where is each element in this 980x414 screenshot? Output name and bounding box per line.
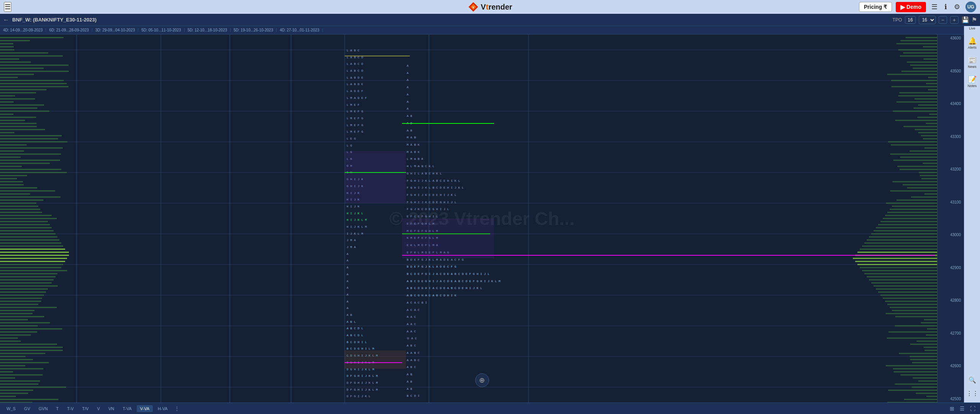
youtube-icon: ▶ bbox=[900, 3, 905, 11]
bottom-toolbar: W_S GV GVN T T-V T/V V VN T-VA V-VA H-VA… bbox=[0, 402, 980, 414]
logo-text: Vtrender bbox=[481, 3, 512, 12]
tv-button[interactable]: T-V bbox=[64, 405, 77, 412]
tpo-label: TPO bbox=[893, 17, 902, 23]
price-tick-8: 42800 bbox=[939, 298, 962, 302]
date-timeline: 4D: 14-09...20-09-2023 6D: 21-09...28-09… bbox=[0, 26, 964, 34]
sidebar-item-label-alerts: Alerts bbox=[968, 46, 977, 50]
svg-text:V: V bbox=[472, 5, 474, 9]
grid-icon: ⋮⋮ bbox=[966, 390, 978, 397]
price-tick-2: 43400 bbox=[939, 102, 962, 106]
price-tick-4: 43200 bbox=[939, 167, 962, 171]
ws-button[interactable]: W_S bbox=[3, 405, 19, 412]
plus-button[interactable]: + bbox=[950, 16, 959, 24]
user-avatar[interactable]: UG bbox=[965, 2, 976, 12]
toolbar-right-icons: 💾 ⚑ bbox=[962, 16, 977, 23]
crosshair-button[interactable]: ⊕ bbox=[475, 373, 489, 387]
news-icon: 📰 bbox=[968, 56, 977, 64]
nav-left: ☰ bbox=[4, 2, 11, 12]
settings-icon-button[interactable]: ⚙ bbox=[952, 1, 962, 13]
crosshair-icon: ⊕ bbox=[479, 376, 485, 384]
date-label-6: 4D: 27-10...01-11-2023 bbox=[276, 28, 322, 32]
date-label-0: 4D: 14-09...20-09-2023 bbox=[0, 28, 46, 32]
gv-button[interactable]: GV bbox=[21, 405, 34, 412]
tva-button[interactable]: T-VA bbox=[119, 405, 135, 412]
logo-diamond-icon: V bbox=[468, 2, 478, 12]
bottom-right-icons: ⊞ ☰ ⛶ bbox=[948, 405, 977, 412]
tpo-canvas bbox=[0, 34, 937, 402]
t-button[interactable]: T bbox=[53, 405, 62, 412]
sidebar-item-label-live: Live bbox=[969, 27, 975, 31]
date-label-3: 5D: 05-10...11-10-2023 bbox=[138, 28, 184, 32]
demo-button[interactable]: ▶ Demo bbox=[896, 2, 926, 12]
grid-view-button[interactable]: ⊞ bbox=[948, 405, 956, 412]
list-view-button[interactable]: ☰ bbox=[958, 405, 966, 412]
price-tick-3: 43300 bbox=[939, 135, 962, 139]
sidebar-item-search[interactable]: 🔍 bbox=[965, 374, 980, 386]
date-label-1: 6D: 21-09...28-09-2023 bbox=[46, 28, 92, 32]
hamburger-menu-button[interactable]: ☰ bbox=[4, 2, 11, 12]
back-button[interactable]: ← bbox=[3, 16, 9, 23]
sidebar-item-grid[interactable]: ⋮⋮ bbox=[965, 388, 980, 399]
price-tick-11: 42500 bbox=[939, 397, 962, 401]
search-icon: 🔍 bbox=[969, 376, 976, 384]
vva-button[interactable]: V-VA bbox=[137, 405, 153, 412]
alerts-icon: 🔔 bbox=[968, 37, 977, 45]
tpo-value: 16 bbox=[905, 16, 915, 24]
info-icon-button[interactable]: ℹ bbox=[943, 1, 949, 13]
notes-icon: 📝 bbox=[968, 75, 977, 84]
vn-button[interactable]: VN bbox=[105, 405, 118, 412]
minus-button[interactable]: − bbox=[939, 16, 947, 24]
save-button[interactable]: 💾 bbox=[962, 16, 969, 23]
expand-button[interactable]: ⛶ bbox=[969, 405, 977, 412]
right-sidebar: 📊 Live 🔔 Alerts 📰 News 📝 Notes 🔍 ⋮⋮ bbox=[964, 14, 980, 402]
sidebar-item-label-news: News bbox=[968, 65, 977, 69]
sidebar-item-notes[interactable]: 📝 Notes bbox=[965, 73, 980, 90]
chart-toolbar: ← BNF_W: (BANKNIFTY_E30-11-2023) TPO 16 … bbox=[0, 14, 980, 26]
tdivv-button[interactable]: T/V bbox=[79, 405, 92, 412]
price-tick-9: 42700 bbox=[939, 331, 962, 335]
date-label-4: 5D: 12-10...18-10-2023 bbox=[185, 28, 231, 32]
price-scale: 43600 43500 43400 43300 43200 43100 4300… bbox=[937, 34, 964, 402]
nav-right: Pricing ₹ ▶ Demo ☰ ℹ ⚙ UG bbox=[859, 1, 976, 13]
price-tick-6: 43000 bbox=[939, 233, 962, 237]
pricing-button[interactable]: Pricing ₹ bbox=[859, 2, 892, 12]
price-tick-0: 43600 bbox=[939, 36, 962, 40]
price-tick-10: 42600 bbox=[939, 364, 962, 368]
gvn-button[interactable]: GVN bbox=[35, 405, 51, 412]
flag-button[interactable]: ⚑ bbox=[972, 16, 977, 23]
sidebar-item-label-notes: Notes bbox=[968, 84, 977, 88]
date-label-2: 3D: 29-09...04-10-2023 bbox=[92, 28, 138, 32]
price-tick-1: 43500 bbox=[939, 69, 962, 73]
list-icon-button[interactable]: ☰ bbox=[930, 1, 939, 13]
sidebar-item-alerts[interactable]: 🔔 Alerts bbox=[965, 34, 980, 52]
price-tick-5: 43100 bbox=[939, 200, 962, 204]
hva-button[interactable]: H-VA bbox=[154, 405, 171, 412]
price-tick-7: 42900 bbox=[939, 266, 962, 270]
tpo-dropdown[interactable]: 16 8 32 bbox=[919, 16, 936, 24]
v-button[interactable]: V bbox=[94, 405, 103, 412]
top-navbar: ☰ V Vtrender Pricing ₹ ▶ Demo ☰ ℹ ⚙ UG bbox=[0, 0, 980, 14]
more-button[interactable]: ⋮ bbox=[173, 405, 181, 412]
chart-area[interactable]: © 2023 Vtrender Ch... 43600 43500 43400 … bbox=[0, 34, 964, 402]
sidebar-item-news[interactable]: 📰 News bbox=[965, 54, 980, 71]
symbol-label: BNF_W: (BANKNIFTY_E30-11-2023) bbox=[12, 17, 97, 23]
date-label-5: 5D: 19-10...26-10-2023 bbox=[231, 28, 276, 32]
logo-area: V Vtrender bbox=[468, 2, 512, 12]
